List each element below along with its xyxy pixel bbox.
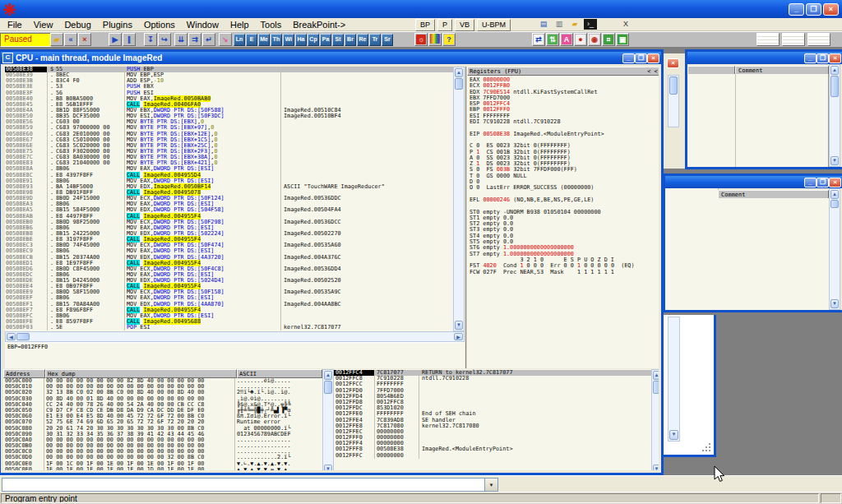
resize-grip[interactable]: [701, 443, 712, 453]
dump-scrollbar[interactable]: ▲ ▼: [322, 369, 334, 470]
disasm-row[interactable]: 00508ED6.8B0D C8F45000MOV ECX,DWORD PTR …: [5, 266, 453, 272]
execute-till-return-icon[interactable]: ↵: [202, 33, 215, 46]
appearance-icon[interactable]: [428, 33, 442, 46]
disasm-row[interactable]: 00508E8C.E8 4397F8FFCALL ImageRed.004955…: [5, 173, 453, 178]
pane-button-ha[interactable]: Ha: [295, 34, 307, 46]
maximize-button[interactable]: ❐: [817, 178, 829, 187]
animate-over-icon[interactable]: ⇉: [188, 33, 201, 46]
pane-button-br[interactable]: Br: [345, 34, 356, 46]
windows-icon[interactable]: ▣: [616, 33, 629, 46]
disasm-row[interactable]: 00508E83.C683 21040000 00MOV BYTE PTR DS…: [5, 160, 453, 166]
disasm-row[interactable]: 00508EF7.E8 F896F8FFCALL ImageRed.004955…: [5, 307, 453, 313]
window-titlebar[interactable]: _ ❐ ×: [687, 52, 842, 64]
minimize-button[interactable]: _: [789, 3, 804, 16]
menu-breakpoint[interactable]: BreakPoint->: [287, 20, 351, 30]
pane-button-sr[interactable]: Sr: [382, 34, 393, 46]
step-over-icon[interactable]: ↪: [158, 33, 171, 46]
register-line[interactable]: FCW 027F Prec NEAR,53 Mask 1 1 1 1 1 1: [467, 270, 659, 275]
toolbar-close-button[interactable]: X: [619, 19, 632, 30]
close-button[interactable]: ×: [667, 58, 679, 68]
folder-icon[interactable]: ▰: [568, 19, 581, 30]
disasm-row[interactable]: 00508EE9.8B0D 58F15000MOV ECX,DWORD PTR …: [5, 289, 453, 295]
trace-icon[interactable]: ◉: [588, 33, 601, 46]
disasm-row[interactable]: 00508E9D.8B0D 24F15000MOV ECX,DWORD PTR …: [5, 196, 453, 201]
pane-button-cp[interactable]: Cp: [308, 34, 319, 46]
cpu-window-titlebar[interactable]: C CPU - main thread, module ImageRed _ ❐…: [1, 52, 661, 64]
pane-button-re[interactable]: Re: [357, 34, 368, 46]
disasm-row[interactable]: 00508EB0.8B0D 98F25000MOV ECX,DWORD PTR …: [5, 220, 453, 225]
disasm-row[interactable]: 00508E3E.53PUSH EBX: [5, 84, 453, 90]
close-button[interactable]: ×: [823, 3, 839, 16]
notes-icon[interactable]: ▥: [553, 19, 566, 30]
command-dropdown-button[interactable]: ▼: [484, 479, 497, 491]
menu-debug[interactable]: Debug: [58, 20, 96, 30]
minimize-button[interactable]: _: [804, 178, 817, 187]
swap-panes-icon[interactable]: ⇄: [532, 33, 545, 46]
disassembly-hscrollbar[interactable]: ◀ ▶: [5, 331, 465, 342]
open-file-icon[interactable]: ▰: [50, 33, 63, 46]
plugin-button-bp[interactable]: BP: [415, 19, 435, 31]
layout-button-2[interactable]: [782, 33, 805, 46]
maximize-button[interactable]: ❐: [806, 3, 821, 16]
menu-options[interactable]: Options: [138, 20, 181, 30]
console-icon[interactable]: ›_: [584, 19, 597, 30]
font-icon[interactable]: A: [560, 33, 573, 46]
registers-header-buttons[interactable]: < <: [647, 67, 659, 75]
disasm-row[interactable]: 00508EC3.8B0D 74F45000MOV ECX,DWORD PTR …: [5, 243, 453, 248]
pane-button-pa[interactable]: Pa: [320, 34, 331, 46]
register-line[interactable]: EFL 00000246 (NO,NB,E,BE,NS,PE,GE,LE): [467, 197, 659, 203]
log-icon[interactable]: ▤: [537, 19, 550, 30]
run-icon[interactable]: ▶: [109, 33, 122, 46]
close-button[interactable]: ×: [829, 53, 841, 63]
register-line[interactable]: T 0 GS 0000 NULL: [467, 173, 659, 179]
stack-scrollbar[interactable]: ▲ ▼: [651, 369, 659, 470]
settings-icon[interactable]: ☼: [414, 33, 428, 46]
dump-row[interactable]: 0050C0F01E 00 1F 00 1E 00 1F 00 1F 00 1D…: [3, 467, 322, 470]
maximize-button[interactable]: ❐: [635, 53, 647, 63]
pane-button-me[interactable]: Me: [258, 34, 270, 46]
menu-plugins[interactable]: Plugins: [97, 20, 138, 30]
plugin-button-p[interactable]: P: [437, 19, 452, 31]
disasm-row[interactable]: 00508E38$55PUSH EBP: [5, 67, 453, 72]
plugin-icon[interactable]: ¤: [602, 33, 615, 46]
minimize-button[interactable]: _: [804, 53, 817, 63]
goto-icon[interactable]: ↘: [219, 33, 232, 46]
command-input[interactable]: [2, 479, 484, 491]
pause-icon[interactable]: ∥: [123, 33, 136, 46]
pane-button-st[interactable]: St: [332, 34, 344, 46]
register-line[interactable]: O 0 LastErr ERROR_SUCCESS (00000000): [467, 185, 659, 191]
stack-row[interactable]: 0012FFFC00000000: [334, 453, 651, 459]
registers-header-button[interactable]: <: [647, 68, 654, 75]
close-program-icon[interactable]: ×: [78, 33, 91, 46]
disasm-row[interactable]: 00508EFE.E8 8597F8FFCALL ImageRed.004956…: [5, 319, 453, 325]
run-trace-icon[interactable]: ⇅: [546, 33, 559, 46]
register-line[interactable]: EDI 7C910228 ntdll.7C910228: [467, 119, 659, 125]
menu-help[interactable]: Help: [224, 20, 255, 30]
restart-icon[interactable]: «: [64, 33, 77, 46]
main-titlebar[interactable]: _ ❐ ×: [0, 0, 842, 18]
disasm-row[interactable]: 00508E3B.83C4 F0ADD ESP,-10: [5, 78, 453, 84]
pane-button-ln[interactable]: Ln: [234, 34, 245, 46]
plugin-button-vb[interactable]: VB: [455, 19, 474, 31]
menu-file[interactable]: File: [2, 20, 28, 30]
disasm-row[interactable]: 00508F03.5EPOP ESIkernel32.7C817077: [5, 325, 453, 331]
scrollbar[interactable]: ▲ ▼: [829, 64, 840, 167]
step-into-icon[interactable]: ↧: [144, 33, 157, 46]
scrollbar[interactable]: ▼: [668, 317, 680, 442]
scrollbar[interactable]: [668, 75, 679, 127]
menu-tools[interactable]: Tools: [255, 20, 288, 30]
animate-into-icon[interactable]: ⇊: [174, 33, 187, 46]
pane-button-th[interactable]: Th: [271, 34, 282, 46]
pane-button-wi[interactable]: Wi: [283, 34, 294, 46]
menu-view[interactable]: View: [28, 20, 59, 30]
minimize-button[interactable]: _: [622, 53, 635, 63]
close-button[interactable]: ×: [829, 178, 841, 187]
register-line[interactable]: EIP 00508E38 ImageRed.<ModuleEntryPoint>: [467, 132, 659, 137]
layout-button-3[interactable]: [807, 33, 830, 46]
window-titlebar[interactable]: _ ❐ ×: [665, 176, 842, 188]
menu-window[interactable]: Window: [181, 20, 224, 30]
registers-header-button[interactable]: <: [655, 68, 659, 75]
scrollbar[interactable]: ▲ ▼: [829, 188, 840, 310]
breakpoint-icon[interactable]: ●: [574, 33, 587, 46]
pane-button-e[interactable]: E: [246, 34, 257, 46]
